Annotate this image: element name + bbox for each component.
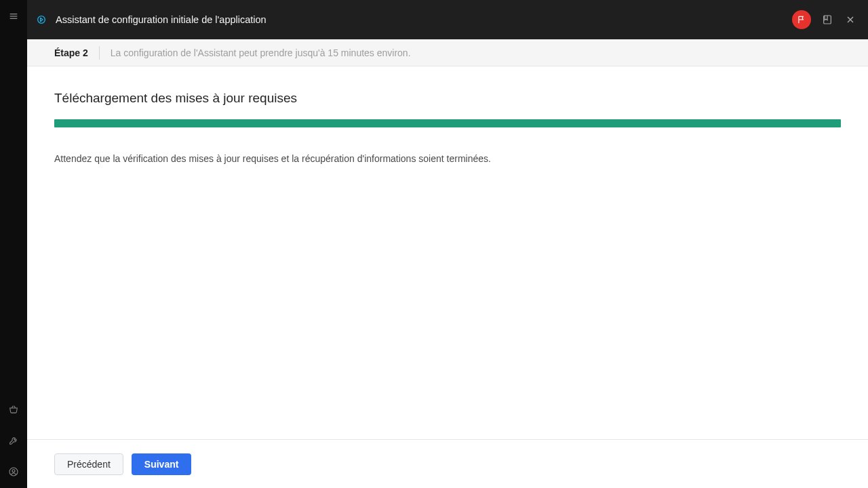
- close-icon[interactable]: [844, 13, 857, 26]
- bookmark-icon[interactable]: [821, 13, 834, 26]
- basket-icon[interactable]: [7, 403, 20, 416]
- progress-bar: [54, 119, 841, 127]
- header-bar: Assistant de configuration initiale de l…: [27, 0, 868, 39]
- wait-text: Attendez que la vérification des mises à…: [54, 153, 841, 164]
- svg-point-5: [38, 16, 45, 24]
- next-button[interactable]: Suivant: [132, 453, 192, 475]
- content-area: Téléchargement des mises à jour requises…: [27, 66, 868, 439]
- account-icon[interactable]: [7, 465, 20, 479]
- wizard-footer: Précédent Suivant: [27, 439, 868, 488]
- sidebar: [0, 0, 27, 488]
- step-description: La configuration de l'Assistant peut pre…: [111, 47, 411, 58]
- menu-icon[interactable]: [7, 9, 20, 23]
- section-title: Téléchargement des mises à jour requises: [54, 91, 841, 106]
- svg-point-4: [12, 470, 15, 472]
- wrench-icon[interactable]: [7, 434, 20, 447]
- wizard-icon: [35, 14, 47, 26]
- header-title: Assistant de configuration initiale de l…: [56, 14, 267, 25]
- svg-point-3: [9, 468, 18, 476]
- divider: [99, 46, 100, 60]
- step-label: Étape 2: [54, 47, 88, 58]
- back-button[interactable]: Précédent: [54, 453, 123, 475]
- notifications-flag-button[interactable]: [792, 10, 811, 29]
- step-bar: Étape 2 La configuration de l'Assistant …: [27, 39, 868, 66]
